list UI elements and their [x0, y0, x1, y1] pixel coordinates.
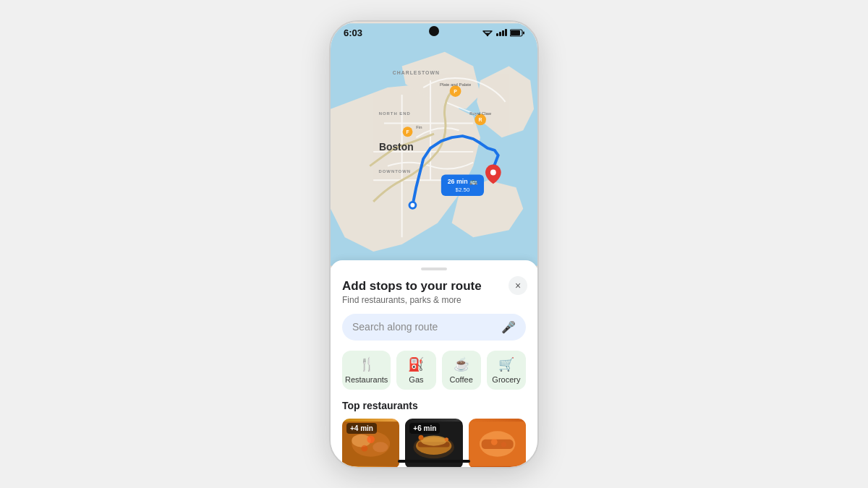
svg-point-37 [367, 435, 375, 443]
grocery-icon: 🛒 [498, 356, 514, 372]
svg-point-43 [421, 435, 446, 445]
status-time: 6:03 [344, 27, 362, 38]
svg-point-16 [490, 169, 496, 175]
svg-point-36 [373, 442, 388, 452]
svg-point-49 [491, 438, 498, 445]
close-button[interactable]: × [509, 276, 527, 295]
svg-text:Royal Claw: Royal Claw [469, 111, 492, 115]
status-bar: 6:03 [331, 22, 537, 41]
battery-icon [510, 29, 524, 37]
svg-point-2 [487, 35, 488, 36]
svg-rect-5 [523, 31, 524, 34]
svg-text:Fin: Fin [416, 125, 422, 129]
svg-point-45 [445, 437, 448, 441]
gas-icon: ⛽ [408, 356, 424, 372]
category-gas[interactable]: ⛽ Gas [396, 351, 435, 390]
sheet-subtitle: Find restaurants, parks & more [342, 295, 526, 305]
svg-point-50 [501, 442, 506, 447]
svg-rect-4 [511, 30, 520, 35]
svg-text:F: F [406, 129, 409, 134]
restaurant-card-1[interactable]: +4 min [342, 419, 399, 468]
svg-text:26 min 🚌: 26 min 🚌 [448, 177, 479, 186]
category-grocery[interactable]: 🛒 Grocery [487, 351, 526, 390]
signal-icon [496, 29, 507, 36]
restaurants-icon: 🍴 [359, 356, 375, 372]
coffee-label: Coffee [450, 375, 473, 384]
map-svg: 26 min 🚌 $2.50 CHARLESTOWN NORTH END Bos… [331, 22, 537, 267]
wifi-icon [482, 28, 493, 37]
section-title: Top restaurants [342, 400, 526, 411]
sheet-handle[interactable] [421, 267, 447, 270]
restaurants-label: Restaurants [345, 375, 388, 384]
card-time-badge-1: +4 min [346, 423, 377, 434]
svg-text:DOWNTOWN: DOWNTOWN [378, 169, 411, 174]
svg-point-44 [419, 435, 424, 440]
phone-frame: 6:03 [329, 20, 539, 468]
svg-rect-48 [481, 439, 513, 448]
svg-text:Boston: Boston [379, 141, 414, 152]
svg-text:R: R [479, 117, 482, 122]
svg-text:P: P [454, 88, 457, 93]
search-bar[interactable]: Search along route 🎤 [342, 314, 526, 341]
bottom-sheet: Add stops to your route Find restaurants… [331, 260, 537, 467]
card-time-badge-2: +6 min [409, 423, 440, 434]
status-icons [482, 28, 524, 37]
microphone-icon[interactable]: 🎤 [501, 320, 516, 334]
grocery-label: Grocery [492, 375, 520, 384]
restaurant-card-3[interactable] [469, 419, 526, 468]
svg-text:Plate and Palate: Plate and Palate [440, 82, 472, 87]
svg-text:$2.50: $2.50 [456, 187, 470, 193]
svg-point-38 [361, 445, 367, 451]
sheet-title: Add stops to your route [342, 279, 526, 294]
home-indicator[interactable] [398, 460, 470, 463]
search-placeholder: Search along route [352, 321, 495, 333]
gas-label: Gas [409, 375, 423, 384]
camera-notch [429, 26, 439, 36]
svg-text:NORTH END: NORTH END [379, 111, 411, 115]
map-area: 26 min 🚌 $2.50 CHARLESTOWN NORTH END Bos… [331, 22, 537, 267]
svg-text:CHARLESTOWN: CHARLESTOWN [393, 70, 440, 75]
category-restaurants[interactable]: 🍴 Restaurants [342, 351, 391, 390]
coffee-icon: ☕ [454, 356, 469, 372]
svg-point-14 [410, 202, 414, 207]
category-row: 🍴 Restaurants ⛽ Gas ☕ Coffee 🛒 Grocery [342, 351, 526, 390]
category-coffee[interactable]: ☕ Coffee [442, 351, 481, 390]
